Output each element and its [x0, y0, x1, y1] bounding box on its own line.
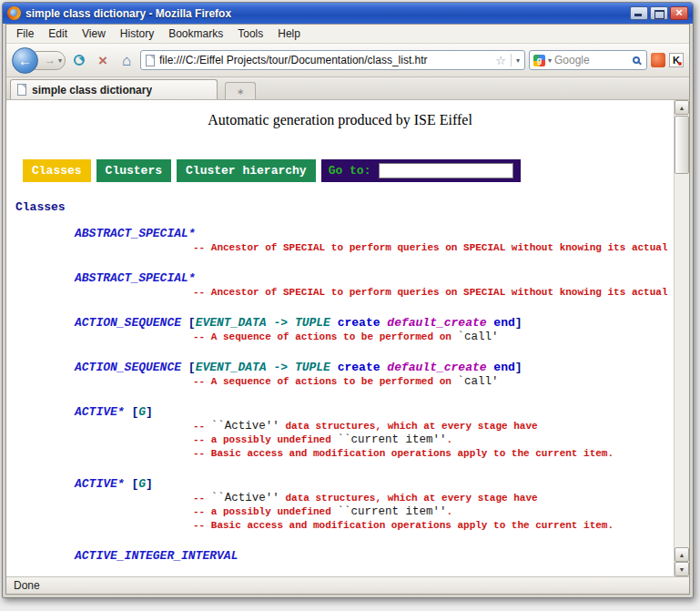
class-link[interactable]: ABSTRACT_SPECIAL* [75, 227, 674, 241]
class-link[interactable]: ACTIVE_INTEGER_INTERVAL [75, 549, 674, 564]
class-comment: -- a possibly undefined ``current item''… [75, 433, 674, 447]
refresh-button[interactable] [69, 49, 89, 71]
nav-toolbar: ← → ▾ × ⌂ ☆ ▾ ▾ K [6, 44, 689, 77]
scroll-up-button[interactable]: ▲ [675, 100, 689, 115]
class-entry: ACTION_SEQUENCE [EVENT_DATA -> TUPLE cre… [75, 361, 674, 389]
menu-file[interactable]: File [9, 25, 41, 42]
back-button[interactable]: ← [12, 47, 38, 74]
scrollbar-thumb[interactable] [675, 116, 689, 174]
content-area: Automatic generation produced by ISE Eif… [6, 100, 689, 576]
url-dropdown-icon[interactable]: ▾ [516, 56, 520, 65]
home-icon: ⌂ [122, 53, 131, 68]
url-bar: ☆ ▾ [140, 50, 525, 70]
menu-edit[interactable]: Edit [41, 25, 75, 42]
class-comment: -- A sequence of actions to be performed… [75, 375, 674, 389]
history-dropdown-icon[interactable]: ▾ [58, 56, 62, 65]
class-entry: ACTIVE* [G]-- ``Active'' data structures… [75, 405, 674, 461]
class-entry: ACTION_SEQUENCE [EVENT_DATA -> TUPLE cre… [75, 316, 674, 344]
tab-stub[interactable]: ∗ [225, 82, 256, 99]
class-link[interactable]: ACTION_SEQUENCE [EVENT_DATA -> TUPLE cre… [75, 316, 674, 331]
class-link[interactable]: ABSTRACT_SPECIAL* [75, 271, 674, 286]
tab-bar: simple class dictionary ∗ [6, 77, 689, 100]
page-icon [146, 55, 155, 66]
doc-header: Automatic generation produced by ISE Eif… [6, 112, 674, 128]
url-input[interactable] [159, 54, 491, 66]
back-arrow-icon: ← [18, 53, 32, 68]
menu-tools[interactable]: Tools [230, 25, 270, 42]
goto-input[interactable] [379, 163, 513, 178]
menubar: File Edit View History Bookmarks Tools H… [6, 25, 689, 44]
class-comment: -- A sequence of actions to be performed… [75, 331, 674, 344]
class-comment: -- Basic access and modification operati… [75, 447, 674, 461]
class-entry: ABSTRACT_SPECIAL*-- Ancestor of SPECIAL … [75, 227, 674, 255]
tab-page-icon [17, 84, 26, 96]
kaspersky-icon[interactable]: K [669, 53, 684, 67]
bookmark-star-icon[interactable]: ☆ [495, 55, 506, 66]
class-entry: ACTIVE_INTEGER_INTERVAL [75, 549, 674, 564]
google-engine-icon[interactable] [533, 55, 545, 66]
goto-label: Go to: [329, 164, 371, 178]
cluster-hierarchy-button[interactable]: Cluster hierarchy [177, 159, 316, 182]
stop-icon: × [98, 53, 107, 68]
class-link[interactable]: ACTIVE* [G] [75, 405, 674, 420]
doc-nav-row: Classes Clusters Cluster hierarchy Go to… [23, 159, 674, 182]
titlebar[interactable]: simple class dictionary - Mozilla Firefo… [3, 3, 693, 24]
stop-button[interactable]: × [93, 49, 113, 71]
firefox-icon [7, 6, 21, 20]
scroll-up-button-bottom[interactable]: ▲ [675, 547, 689, 562]
tab-label: simple class dictionary [32, 84, 152, 97]
class-entry: ACTIVE* [G]-- ``Active'' data structures… [75, 477, 674, 533]
class-link[interactable]: ACTION_SEQUENCE [EVENT_DATA -> TUPLE cre… [75, 361, 674, 375]
window-frame: File Edit View History Bookmarks Tools H… [5, 24, 690, 595]
forward-arrow-icon: → [45, 54, 56, 66]
class-comment: -- a possibly undefined ``current item''… [75, 505, 674, 519]
tab-simple-class-dictionary[interactable]: simple class dictionary [10, 79, 218, 99]
search-box: ▾ [529, 50, 647, 70]
scroll-down-button[interactable]: ▼ [675, 562, 689, 576]
class-list: ABSTRACT_SPECIAL*-- Ancestor of SPECIAL … [75, 227, 674, 564]
section-title: Classes [15, 200, 674, 214]
class-link[interactable]: ACTIVE* [G] [75, 477, 674, 492]
refresh-icon [74, 55, 85, 66]
class-entry: ABSTRACT_SPECIAL*-- Ancestor of SPECIAL … [75, 271, 674, 300]
maximize-button[interactable] [650, 6, 668, 20]
status-bar: Done [6, 576, 689, 594]
home-button[interactable]: ⌂ [117, 49, 137, 71]
class-comment: -- Ancestor of SPECIAL to perform querie… [75, 241, 674, 255]
engine-dropdown-icon[interactable]: ▾ [548, 56, 552, 65]
search-magnifier-icon[interactable] [633, 56, 640, 64]
minimize-button[interactable] [630, 6, 648, 20]
search-input[interactable] [554, 54, 630, 66]
menu-help[interactable]: Help [270, 25, 308, 42]
clusters-button[interactable]: Clusters [96, 159, 171, 182]
class-comment: -- ``Active'' data structures, which at … [75, 420, 674, 433]
firefox-window: simple class dictionary - Mozilla Firefo… [2, 2, 694, 598]
forward-button[interactable]: → ▾ [35, 51, 66, 70]
goto-box: Go to: [321, 159, 522, 182]
menu-view[interactable]: View [75, 25, 113, 42]
class-comment: -- Basic access and modification operati… [75, 519, 674, 533]
vertical-scrollbar[interactable]: ▲ ▲ ▼ [674, 100, 689, 576]
scrollbar-track[interactable] [675, 174, 689, 547]
page-viewport: Automatic generation produced by ISE Eif… [6, 100, 674, 576]
menu-history[interactable]: History [113, 25, 161, 42]
window-title: simple class dictionary - Mozilla Firefo… [25, 7, 625, 20]
extension-icon[interactable] [651, 53, 665, 67]
close-button[interactable] [670, 6, 688, 20]
class-comment: -- ``Active'' data structures, which at … [75, 492, 674, 505]
status-text: Done [14, 579, 40, 592]
menu-bookmarks[interactable]: Bookmarks [161, 25, 230, 42]
classes-button[interactable]: Classes [23, 159, 91, 182]
class-comment: -- Ancestor of SPECIAL to perform querie… [75, 286, 674, 300]
url-separator [511, 54, 512, 66]
